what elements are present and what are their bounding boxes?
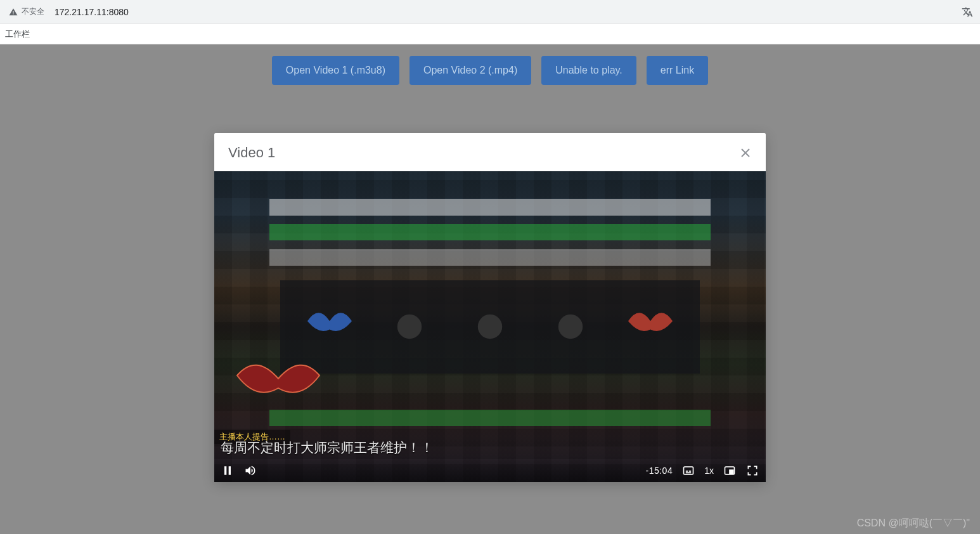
video-caption: 每周不定时打大师宗师王者维护！！: [214, 436, 766, 459]
subtitles-icon: [682, 464, 695, 477]
svg-point-2: [558, 315, 583, 339]
watermark: CSDN @呵呵哒(￣▽￣)": [857, 517, 970, 530]
not-secure-icon: [9, 8, 18, 16]
video-player[interactable]: 主播本人提告…… 每周不定时打大师宗师王者维护！！ -15:04 1x: [214, 171, 766, 482]
open-video-1-button[interactable]: Open Video 1 (.m3u8): [272, 56, 399, 85]
page-content: Open Video 1 (.m3u8) Open Video 2 (.mp4)…: [0, 44, 980, 534]
video-rank-strip: [280, 280, 699, 374]
caption-text: 每周不定时打大师宗师王者维护！！: [221, 439, 434, 457]
rank-wing-icon: [381, 304, 438, 349]
close-icon: [740, 148, 751, 158]
volume-icon: [244, 464, 257, 477]
translate-icon[interactable]: [961, 6, 974, 18]
rank-wing-icon: [542, 304, 599, 349]
rank-wing-icon: [301, 304, 358, 349]
video-modal: Video 1: [214, 133, 766, 482]
modal-title: Video 1: [228, 145, 275, 161]
rank-emblem-icon: [231, 350, 326, 414]
pause-button[interactable]: [221, 464, 235, 478]
volume-button[interactable]: [243, 464, 257, 478]
button-row: Open Video 1 (.m3u8) Open Video 2 (.mp4)…: [0, 44, 980, 85]
fullscreen-icon: [746, 464, 759, 477]
pause-icon: [221, 464, 234, 477]
video-controls: -15:04 1x: [214, 459, 766, 482]
svg-rect-5: [730, 470, 733, 473]
security-indicator[interactable]: 不安全: [5, 6, 48, 17]
url-text[interactable]: 172.21.17.11:8080: [55, 7, 129, 17]
open-video-2-button[interactable]: Open Video 2 (.mp4): [409, 56, 531, 85]
fullscreen-button[interactable]: [745, 464, 759, 478]
browser-address-bar: 不安全 172.21.17.11:8080: [0, 0, 980, 24]
pip-icon: [723, 464, 736, 477]
svg-point-0: [397, 315, 422, 339]
unable-to-play-button[interactable]: Unable to play.: [541, 56, 636, 85]
rank-wing-icon: [622, 304, 679, 349]
video-overlay-band: [269, 249, 711, 266]
video-overlay-band: [269, 410, 711, 426]
rank-wing-icon: [461, 304, 519, 349]
modal-close-button[interactable]: [739, 147, 752, 159]
bookmarks-bar: 工作栏: [0, 24, 980, 44]
security-label: 不安全: [22, 6, 44, 17]
modal-header: Video 1: [214, 133, 766, 171]
time-remaining: -15:04: [646, 466, 673, 476]
video-overlay-band: [269, 224, 711, 240]
playback-rate-button[interactable]: 1x: [704, 466, 714, 476]
subtitles-button[interactable]: [681, 464, 695, 478]
bookmarks-label[interactable]: 工作栏: [5, 29, 30, 40]
video-overlay-band: [269, 199, 711, 216]
err-link-button[interactable]: err Link: [647, 56, 708, 85]
picture-in-picture-button[interactable]: [723, 464, 737, 478]
svg-point-1: [478, 315, 503, 339]
